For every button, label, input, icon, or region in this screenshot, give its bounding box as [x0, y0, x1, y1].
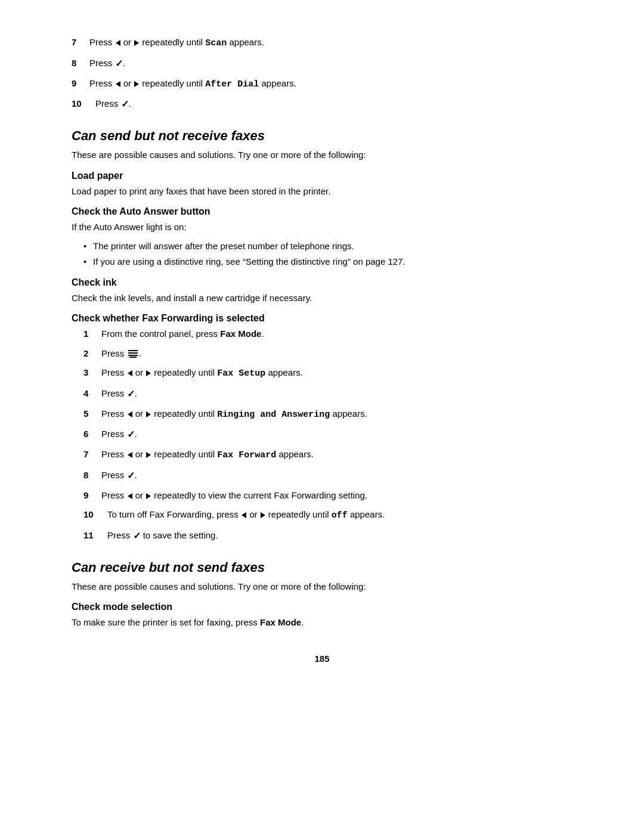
arrow-right-icon — [134, 81, 139, 87]
subsection-auto-answer: Check the Auto Answer button If the Auto… — [72, 206, 572, 269]
check-icon: ✓ — [115, 57, 123, 71]
arrow-right-icon — [146, 370, 151, 376]
keyword-off: off — [332, 509, 348, 519]
subsection-load-paper: Load paper Load paper to print any faxes… — [72, 171, 572, 199]
arrow-right-icon — [146, 411, 151, 417]
ff-step-2-num: 2 — [83, 348, 101, 358]
ff-step-11: 11 Press ✓ to save the setting. — [83, 529, 572, 543]
bullet-2: If you are using a distinctive ring, see… — [83, 255, 572, 269]
ff-step-6-num: 6 — [83, 429, 101, 439]
subsection-content-check-mode: To make sure the printer is set for faxi… — [72, 616, 572, 630]
subsection-content-auto-answer-pre: If the Auto Answer light is on: — [72, 221, 572, 234]
subsection-title-auto-answer: Check the Auto Answer button — [72, 206, 572, 217]
ff-step-2-content: Press . — [101, 347, 572, 361]
ff-step-3-num: 3 — [83, 367, 101, 377]
step-10: 10 Press ✓. — [72, 97, 572, 112]
keyword-scan: Scan — [205, 37, 227, 47]
arrow-left-icon — [128, 370, 132, 376]
keyword-fax-mode-1: Fax Mode — [220, 329, 261, 339]
arrow-left-icon — [116, 40, 120, 46]
arrow-left-icon — [242, 512, 246, 518]
step-7-content: Press or repeatedly until Scan appears. — [89, 36, 572, 51]
ff-step-10: 10 To turn off Fax Forwarding, press or … — [83, 508, 572, 523]
ff-step-1-num: 1 — [83, 329, 101, 339]
auto-answer-bullets: The printer will answer after the preset… — [72, 239, 572, 269]
subsection-fax-forwarding: Check whether Fax Forwarding is selected… — [72, 313, 572, 543]
check-icon: ✓ — [121, 97, 129, 112]
ff-step-8-content: Press ✓. — [101, 469, 572, 483]
ff-step-5-num: 5 — [83, 408, 101, 419]
ff-step-4: 4 Press ✓. — [83, 387, 572, 401]
ff-step-7: 7 Press or repeatedly until Fax Forward … — [83, 448, 572, 463]
step-9-num: 9 — [72, 78, 89, 88]
subsection-title-load-paper: Load paper — [72, 171, 572, 181]
ff-step-11-content: Press ✓ to save the setting. — [107, 529, 572, 543]
ff-step-7-num: 7 — [83, 449, 101, 459]
step-9: 9 Press or repeatedly until After Dial a… — [72, 77, 572, 92]
ff-step-8: 8 Press ✓. — [83, 469, 572, 483]
ff-step-8-num: 8 — [83, 470, 101, 480]
step-8-num: 8 — [72, 58, 89, 68]
page-number: 185 — [72, 654, 572, 664]
svg-rect-1 — [128, 352, 138, 354]
keyword-ringing-answering: Ringing and Answering — [217, 408, 330, 419]
ff-step-10-content: To turn off Fax Forwarding, press or rep… — [107, 508, 572, 523]
ff-step-5-content: Press or repeatedly until Ringing and An… — [101, 407, 572, 422]
step-10-content: Press ✓. — [95, 97, 572, 112]
keyword-after-dial: After Dial — [205, 78, 259, 88]
ff-step-10-num: 10 — [83, 509, 107, 519]
top-steps-section: 7 Press or repeatedly until Scan appears… — [72, 36, 572, 112]
subsection-title-fax-forwarding: Check whether Fax Forwarding is selected — [72, 313, 572, 324]
keyword-fax-forward: Fax Forward — [217, 449, 276, 459]
menu-icon — [128, 350, 138, 358]
ff-step-11-num: 11 — [83, 530, 107, 540]
ff-step-9-num: 9 — [83, 490, 101, 500]
step-7: 7 Press or repeatedly until Scan appears… — [72, 36, 572, 51]
bullet-1: The printer will answer after the preset… — [83, 239, 572, 253]
section-intro-can-receive: These are possible causes and solutions.… — [72, 580, 572, 594]
step-8-content: Press ✓. — [89, 57, 572, 71]
arrow-right-icon — [261, 512, 265, 518]
ff-step-3: 3 Press or repeatedly until Fax Setup ap… — [83, 366, 572, 381]
step-7-num: 7 — [72, 37, 89, 47]
fax-forwarding-steps: 1 From the control panel, press Fax Mode… — [72, 327, 572, 543]
subsection-title-check-mode: Check mode selection — [72, 602, 572, 612]
step-9-content: Press or repeatedly until After Dial app… — [89, 77, 572, 92]
arrow-left-icon — [116, 81, 120, 87]
ff-step-1: 1 From the control panel, press Fax Mode… — [83, 327, 572, 341]
arrow-right-icon — [134, 40, 139, 46]
subsection-content-load-paper: Load paper to print any faxes that have … — [72, 185, 572, 199]
subsection-title-check-ink: Check ink — [72, 277, 572, 288]
step-8: 8 Press ✓. — [72, 57, 572, 71]
keyword-fax-mode-2: Fax Mode — [260, 617, 301, 627]
subsection-check-mode: Check mode selection To make sure the pr… — [72, 602, 572, 630]
ff-step-6-content: Press ✓. — [101, 428, 572, 442]
subsection-check-ink: Check ink Check the ink levels, and inst… — [72, 277, 572, 305]
ff-step-6: 6 Press ✓. — [83, 428, 572, 442]
ff-step-4-content: Press ✓. — [101, 387, 572, 401]
ff-step-4-num: 4 — [83, 388, 101, 398]
svg-rect-3 — [129, 357, 137, 358]
ff-step-9: 9 Press or repeatedly to view the curren… — [83, 489, 572, 503]
arrow-right-icon — [146, 493, 151, 499]
section-intro-can-send: These are possible causes and solutions.… — [72, 148, 572, 162]
ff-step-1-content: From the control panel, press Fax Mode. — [101, 327, 572, 341]
check-icon: ✓ — [127, 387, 135, 401]
svg-rect-2 — [128, 355, 138, 356]
section-title-can-receive: Can receive but not send faxes — [72, 560, 572, 575]
svg-rect-0 — [128, 350, 138, 351]
ff-step-3-content: Press or repeatedly until Fax Setup appe… — [101, 366, 572, 381]
check-icon: ✓ — [127, 469, 135, 483]
ff-step-2: 2 Press . — [83, 347, 572, 361]
check-icon: ✓ — [127, 428, 135, 442]
arrow-right-icon — [146, 452, 151, 458]
step-10-num: 10 — [72, 98, 95, 109]
ff-step-7-content: Press or repeatedly until Fax Forward ap… — [101, 448, 572, 463]
subsection-content-check-ink: Check the ink levels, and install a new … — [72, 292, 572, 305]
ff-step-5: 5 Press or repeatedly until Ringing and … — [83, 407, 572, 422]
keyword-fax-setup: Fax Setup — [217, 367, 265, 377]
check-icon: ✓ — [133, 529, 141, 543]
section-can-receive: Can receive but not send faxes These are… — [72, 560, 572, 630]
arrow-left-icon — [128, 493, 132, 499]
section-can-send: Can send but not receive faxes These are… — [72, 128, 572, 543]
